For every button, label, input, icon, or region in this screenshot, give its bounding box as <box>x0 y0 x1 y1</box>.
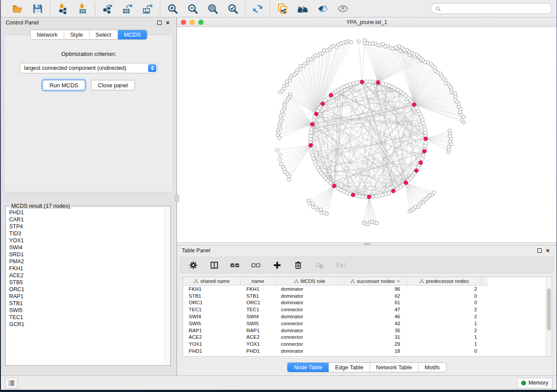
window-minimize-icon[interactable] <box>190 20 195 25</box>
network-canvas[interactable] <box>177 27 557 242</box>
cell-predecessor-nodes: 0 <box>407 293 481 299</box>
network-graph <box>177 27 557 242</box>
mcds-result-item[interactable]: TEC1 <box>9 314 164 321</box>
cell-name: ACE2 <box>241 334 275 340</box>
node-table-scrollbar[interactable] <box>546 277 552 356</box>
table-tab-node-table[interactable]: Node Table <box>287 363 329 372</box>
memory-button[interactable]: Memory <box>517 378 553 389</box>
horizontal-splitter[interactable] <box>177 242 557 245</box>
gear-settings-button[interactable] <box>187 259 199 271</box>
tab-style[interactable]: Style <box>64 30 89 39</box>
control-panel-tabs: NetworkStyleSelectMCDS <box>1 30 176 40</box>
table-tab-edge-table[interactable]: Edge Table <box>329 363 370 372</box>
mcds-result-item[interactable]: SRD1 <box>9 251 164 258</box>
zoom-selected-button[interactable] <box>226 2 239 15</box>
import-table-button[interactable] <box>76 2 89 15</box>
mcds-result-item[interactable]: FKH1 <box>9 265 164 272</box>
mcds-result-item[interactable]: STB5 <box>9 279 164 286</box>
cell-predecessor-nodes: 0 <box>407 348 481 354</box>
horizontal-splitter-handle[interactable] <box>364 243 370 245</box>
export-image-button[interactable] <box>141 2 154 15</box>
zoom-fit-button[interactable] <box>206 2 219 15</box>
mcds-result-item[interactable]: SWI5 <box>9 307 164 314</box>
table-row[interactable]: FKH1FKH1dominator962 <box>183 285 552 292</box>
table-tab-motifs[interactable]: Motifs <box>418 363 446 372</box>
table-row[interactable]: PHD1PHD1dominator180 <box>183 347 552 354</box>
window-maximize-icon[interactable] <box>198 20 204 25</box>
mcds-result-group: MCDS result (17 nodes) PHD1CAR1STP4TID3Y… <box>5 206 171 366</box>
column-label: predecessor nodes <box>426 279 469 284</box>
tree-icon <box>294 279 299 284</box>
mcds-result-item[interactable]: CAR1 <box>9 216 164 223</box>
cell-name: ORC1 <box>241 300 275 305</box>
mcds-result-item[interactable]: ACE2 <box>9 272 164 279</box>
toggle-panel-button[interactable] <box>208 259 220 271</box>
show-graphics-button[interactable] <box>336 2 349 15</box>
toggle-panel-icon <box>210 261 219 270</box>
mcds-result-item[interactable]: ORC1 <box>9 286 164 293</box>
table-row[interactable]: YOX1YOX1connector291 <box>183 340 552 347</box>
mcds-result-item[interactable]: TID3 <box>9 230 164 237</box>
criterion-select[interactable]: largest connected component (undirected) <box>20 63 158 73</box>
open-file-button[interactable] <box>11 2 24 15</box>
mcds-result-scrollbar[interactable] <box>164 207 170 365</box>
column-header-name[interactable]: name <box>241 277 275 285</box>
mcds-result-item[interactable]: YOX1 <box>9 237 164 244</box>
import-network-button[interactable] <box>56 2 69 15</box>
select-stepper-icon <box>148 64 156 72</box>
delete-column-button[interactable] <box>292 259 304 271</box>
table-panel-float-button[interactable] <box>537 248 542 253</box>
create-column-button[interactable] <box>271 259 283 271</box>
task-history-button[interactable] <box>5 378 18 389</box>
table-panel-close-button[interactable]: × <box>546 248 550 253</box>
mcds-result-item[interactable]: STP4 <box>9 223 164 230</box>
refresh-layout-button[interactable] <box>251 2 264 15</box>
table-tab-network-table[interactable]: Network Table <box>370 363 418 372</box>
share-document-button[interactable] <box>276 2 289 15</box>
control-panel-close-button[interactable]: × <box>166 21 170 25</box>
mcds-result-item[interactable]: PMA2 <box>9 258 164 265</box>
mcds-result-item[interactable]: SWI4 <box>9 244 164 251</box>
export-network-button[interactable] <box>101 2 114 15</box>
control-panel-float-button[interactable] <box>157 21 162 25</box>
main-toolbar <box>1 0 557 17</box>
window-close-icon[interactable] <box>181 20 186 25</box>
tab-select[interactable]: Select <box>89 30 118 39</box>
table-row[interactable]: STB1STB1dominator620 <box>183 292 552 299</box>
close-panel-button[interactable]: Close panel <box>91 80 135 90</box>
mcds-result-item[interactable]: PHD1 <box>9 209 164 216</box>
search-input[interactable] <box>443 6 548 12</box>
mcds-result-item[interactable]: RAP1 <box>9 293 164 300</box>
cell-successor-nodes: 47 <box>344 307 407 312</box>
column-header-mcds-role[interactable]: MCDS role <box>275 277 344 285</box>
cell-mcds-role: dominator <box>275 286 344 292</box>
export-table-button[interactable] <box>121 2 134 15</box>
deselect-all-button[interactable] <box>250 259 262 271</box>
mcds-result-item[interactable]: GCR1 <box>9 321 164 328</box>
table-row[interactable]: SWI5SWI5connector431 <box>183 320 552 327</box>
cell-mcds-role: connector <box>275 307 344 312</box>
column-header-predecessor-nodes[interactable]: predecessor nodes <box>407 277 481 285</box>
node-table-scrollbar-thumb[interactable] <box>547 289 551 330</box>
column-header-shared-name[interactable]: shared name <box>183 277 241 285</box>
table-row[interactable]: TEC1TEC1connector472 <box>183 306 552 313</box>
zoom-in-button[interactable] <box>166 2 179 15</box>
tab-mcds[interactable]: MCDS <box>118 30 147 39</box>
table-row[interactable]: ACE2ACE2connector311 <box>183 334 552 341</box>
save-session-button[interactable] <box>31 2 44 15</box>
tab-network[interactable]: Network <box>31 30 64 39</box>
run-mcds-button[interactable]: Run MCDS <box>42 80 85 90</box>
hide-graphics-button[interactable] <box>316 2 329 15</box>
cell-mcds-role: dominator <box>275 300 344 305</box>
mcds-result-item[interactable]: STB1 <box>9 300 164 307</box>
cybrowser-button[interactable] <box>296 2 309 15</box>
column-header-successor-nodes[interactable]: successor nodes <box>344 277 407 285</box>
mcds-panel: Optimization criterion: largest connecte… <box>4 34 173 193</box>
search-box[interactable] <box>431 3 552 14</box>
select-all-button[interactable] <box>229 259 241 271</box>
table-row[interactable]: RAP1RAP1dominator352 <box>183 327 552 334</box>
vertical-splitter-handle[interactable] <box>175 195 179 202</box>
zoom-out-button[interactable] <box>186 2 199 15</box>
table-row[interactable]: SWI4SWI4dominator462 <box>183 313 552 320</box>
table-row[interactable]: ORC1ORC1dominator610 <box>183 299 552 306</box>
